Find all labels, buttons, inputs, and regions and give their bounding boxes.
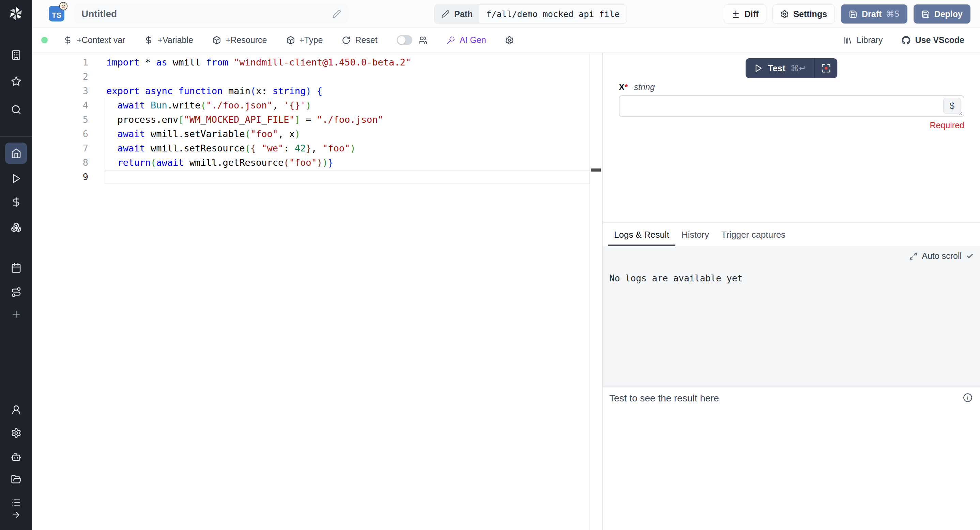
tab-history[interactable]: History [675, 223, 715, 246]
editor-settings-button[interactable] [505, 36, 514, 45]
add-type-label: +Type [299, 35, 323, 45]
draft-button-label: Draft [862, 9, 881, 19]
collab-mode-toggle[interactable] [397, 35, 412, 45]
ai-gen-label: AI Gen [460, 35, 486, 45]
draft-button[interactable]: Draft ⌘S [841, 5, 907, 24]
expand-icon[interactable] [909, 252, 917, 260]
resize-handle-icon[interactable] [957, 110, 963, 116]
bot-icon [11, 452, 21, 462]
line-number: 6 [32, 127, 105, 141]
dollar-sign-icon [11, 197, 21, 208]
sidebar-item-home[interactable] [5, 142, 27, 164]
deploy-button[interactable]: Deploy [913, 5, 970, 24]
sidebar-item-plus[interactable] [5, 303, 27, 325]
sidebar-item-dollar-sign[interactable] [5, 192, 27, 212]
code-text: process.env["WM_MOCKED_API_FILE"] = "./f… [105, 113, 590, 127]
sidebar-item-settings[interactable] [5, 422, 27, 443]
play-icon [754, 64, 763, 73]
windmill-logo-icon[interactable] [7, 5, 25, 22]
line-number: 3 [32, 84, 105, 98]
dollar-sign-icon [144, 36, 153, 45]
content-row: 1import * as wmill from "windmill-client… [32, 53, 980, 530]
result-tabs-bar: Logs & Result History Trigger captures [603, 222, 980, 246]
sidebar-item-arrow-right[interactable] [5, 504, 27, 525]
arguments-area: Test ⌘↵ X* string $ [603, 53, 980, 222]
sidebar-item-user[interactable] [5, 399, 27, 420]
code-line-7[interactable]: 7 await wmill.setResource({ "we": 42}, "… [32, 141, 590, 155]
calendar-icon [11, 263, 21, 273]
play-icon [11, 173, 21, 184]
code-line-3[interactable]: 3export async function main(x: string) { [32, 84, 590, 98]
editor-toolbar: +Context var +Variable +Resource +Type R… [32, 28, 980, 53]
code-line-1[interactable]: 1import * as wmill from "windmill-client… [32, 55, 590, 70]
test-button-label: Test [768, 63, 786, 73]
sidebar-item-route[interactable] [5, 281, 27, 303]
add-variable-button[interactable]: +Variable [144, 35, 193, 45]
line-number: 1 [32, 55, 105, 70]
library-button[interactable]: Library [843, 35, 883, 45]
code-text [105, 170, 590, 184]
add-resource-button[interactable]: +Resource [212, 35, 267, 45]
github-icon [902, 36, 910, 45]
ai-gen-button[interactable]: AI Gen [446, 35, 486, 45]
building-icon [11, 50, 21, 61]
app-sidebar [0, 0, 32, 530]
code-line-5[interactable]: 5 process.env["WM_MOCKED_API_FILE"] = ".… [32, 113, 590, 127]
editor-overview-ruler[interactable] [590, 53, 603, 530]
info-icon[interactable] [963, 393, 972, 402]
argument-x-input[interactable]: $ [619, 95, 964, 117]
script-title-field[interactable]: Untitled [74, 5, 348, 23]
path-value: f/all/demo_mocked_api_file [479, 5, 626, 23]
code-line-9[interactable]: 9 [32, 170, 590, 184]
tab-logs-result[interactable]: Logs & Result [608, 223, 675, 246]
draft-shortcut: ⌘S [886, 9, 899, 19]
typescript-badge-label: TS [52, 11, 61, 20]
capture-run-button[interactable] [815, 58, 838, 78]
lsp-status-dot [41, 37, 48, 43]
add-resource-label: +Resource [226, 35, 267, 45]
add-type-button[interactable]: +Type [286, 35, 323, 45]
code-line-4[interactable]: 4 await Bun.write("./foo.json", '{}') [32, 98, 590, 113]
dollar-sign-icon [64, 36, 72, 45]
arrow-right-icon [11, 510, 21, 519]
sidebar-item-calendar[interactable] [5, 257, 27, 278]
sidebar-item-bot[interactable] [5, 446, 27, 467]
code-line-2[interactable]: 2 [32, 70, 590, 84]
right-panel: Test ⌘↵ X* string $ [603, 53, 980, 530]
sidebar-item-boxes[interactable] [5, 217, 27, 238]
test-button[interactable]: Test ⌘↵ [746, 58, 814, 78]
code-text: await wmill.setVariable("foo", x) [105, 127, 590, 141]
save-icon [921, 10, 930, 18]
code-line-6[interactable]: 6 await wmill.setVariable("foo", x) [32, 127, 590, 141]
sidebar-item-play[interactable] [5, 168, 27, 189]
code-text: import * as wmill from "windmill-client@… [105, 55, 590, 70]
magic-wand-icon [446, 36, 455, 45]
sidebar-item-search[interactable] [5, 99, 27, 120]
path-edit-button[interactable]: Path [434, 5, 479, 23]
reset-button[interactable]: Reset [342, 35, 377, 45]
star-icon [11, 76, 21, 87]
main-column: TS Untitled Path f/all/demo_mocked_api_f… [32, 0, 980, 530]
path-control[interactable]: Path f/all/demo_mocked_api_file [434, 5, 627, 24]
diff-button[interactable]: Diff [724, 5, 767, 24]
tab-trigger-captures[interactable]: Trigger captures [715, 223, 792, 246]
line-number: 7 [32, 141, 105, 155]
required-asterisk: * [625, 82, 628, 92]
code-text: await Bun.write("./foo.json", '{}') [105, 98, 590, 113]
edit-title-pencil-icon[interactable] [332, 10, 341, 18]
line-number: 2 [32, 70, 105, 84]
code-editor[interactable]: 1import * as wmill from "windmill-client… [32, 53, 603, 530]
diff-button-label: Diff [745, 9, 759, 19]
gear-icon [780, 10, 789, 18]
sidebar-item-star[interactable] [5, 70, 27, 92]
check-icon[interactable] [966, 252, 974, 260]
sidebar-item-folder-open[interactable] [5, 469, 27, 490]
use-vscode-button[interactable]: Use VScode [902, 35, 964, 45]
settings-button-label: Settings [793, 9, 827, 19]
add-context-var-button[interactable]: +Context var [64, 35, 125, 45]
result-placeholder: Test to see the result here [609, 393, 719, 404]
settings-icon [11, 428, 21, 438]
sidebar-item-building[interactable] [5, 44, 27, 65]
settings-button[interactable]: Settings [773, 5, 835, 24]
code-line-8[interactable]: 8 return(await wmill.getResource("foo"))… [32, 155, 590, 170]
